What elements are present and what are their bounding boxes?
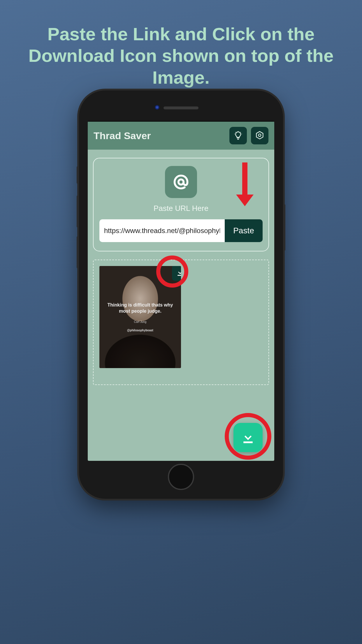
phone-side-button <box>283 204 285 251</box>
thumbnail-quote: Thinking is difficult thats why most peo… <box>105 302 175 314</box>
app-screen: Thrad Saver <box>88 121 274 461</box>
app-title: Thrad Saver <box>94 130 225 141</box>
thumbnail-handle: @philosophyboast <box>105 329 175 332</box>
settings-button[interactable] <box>251 127 268 144</box>
lightbulb-icon <box>233 131 243 141</box>
phone-side-button <box>77 236 79 268</box>
thumbnail-download-button[interactable] <box>172 266 181 281</box>
svg-point-0 <box>259 134 261 136</box>
at-icon <box>171 172 191 192</box>
result-thumbnail[interactable]: Thinking is difficult thats why most peo… <box>99 266 181 368</box>
phone-side-button <box>77 166 79 184</box>
tips-button[interactable] <box>229 127 247 144</box>
paste-card: Paste URL Here Paste <box>93 158 269 251</box>
url-input-row: Paste <box>99 219 263 242</box>
url-input[interactable] <box>99 219 225 242</box>
thumbnail-author: Carl Jung <box>105 320 175 323</box>
download-icon <box>240 430 256 445</box>
svg-rect-3 <box>243 442 253 443</box>
phone-camera <box>155 105 159 110</box>
app-logo-tile <box>165 166 197 198</box>
annotation-arrow <box>242 162 247 197</box>
app-header: Thrad Saver <box>88 122 274 150</box>
settings-icon <box>255 131 265 141</box>
results-panel: Thinking is difficult thats why most peo… <box>93 260 269 385</box>
phone-side-button <box>77 195 79 228</box>
promo-heading: Paste the Link and Click on the Download… <box>0 0 362 88</box>
paste-button[interactable]: Paste <box>225 219 263 242</box>
download-all-fab[interactable] <box>233 423 263 452</box>
phone-home-button <box>168 464 194 490</box>
phone-frame: Thrad Saver <box>79 90 283 499</box>
download-icon <box>176 268 181 277</box>
svg-rect-2 <box>178 275 181 276</box>
